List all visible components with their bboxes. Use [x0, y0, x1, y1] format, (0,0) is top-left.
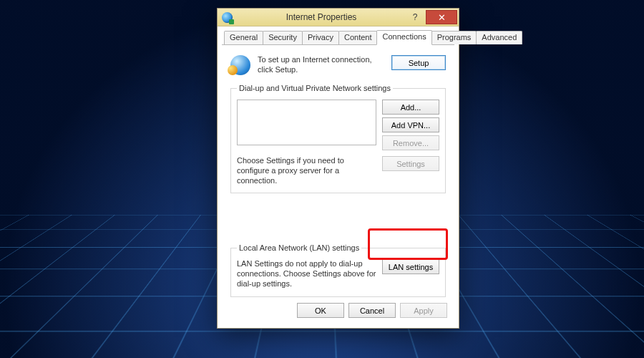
ok-button[interactable]: OK — [297, 303, 344, 318]
dialup-legend: Dial-up and Virtual Private Network sett… — [237, 84, 393, 92]
app-icon — [222, 12, 233, 23]
setup-description: To set up an Internet connection, click … — [258, 55, 379, 75]
lan-settings-button[interactable]: LAN settings — [382, 259, 439, 274]
close-button[interactable]: ✕ — [426, 10, 457, 24]
globe-icon — [230, 55, 250, 75]
add-button[interactable]: Add... — [382, 100, 439, 115]
connections-panel: To set up an Internet connection, click … — [222, 45, 454, 324]
tab-advanced[interactable]: Advanced — [476, 31, 522, 44]
remove-button: Remove... — [382, 135, 439, 150]
setup-section: To set up an Internet connection, click … — [230, 55, 446, 75]
internet-properties-window: Internet Properties ? ✕ GeneralSecurityP… — [217, 8, 459, 329]
dialup-group: Dial-up and Virtual Private Network sett… — [230, 84, 446, 193]
tab-content[interactable]: Content — [338, 31, 378, 44]
tab-privacy[interactable]: Privacy — [302, 31, 339, 44]
connection-settings-button: Settings — [382, 156, 439, 171]
dialog-body: GeneralSecurityPrivacyContentConnections… — [222, 30, 454, 324]
apply-button: Apply — [400, 303, 447, 318]
lan-group: Local Area Network (LAN) settings LAN Se… — [230, 243, 446, 296]
tab-programs[interactable]: Programs — [431, 31, 477, 44]
dialog-footer: OK Cancel Apply — [297, 303, 447, 318]
window-title: Internet Properties — [237, 12, 406, 22]
desktop-background: Internet Properties ? ✕ GeneralSecurityP… — [0, 0, 644, 358]
dialup-note: Choose Settings if you need to configure… — [237, 156, 376, 185]
setup-button[interactable]: Setup — [391, 55, 446, 70]
connections-listbox[interactable] — [237, 100, 376, 145]
tab-strip: GeneralSecurityPrivacyContentConnections… — [222, 30, 454, 45]
help-button[interactable]: ? — [406, 12, 424, 22]
tab-connections[interactable]: Connections — [376, 30, 431, 45]
add-vpn-button[interactable]: Add VPN... — [382, 117, 439, 132]
titlebar[interactable]: Internet Properties ? ✕ — [218, 9, 459, 26]
tab-security[interactable]: Security — [263, 31, 303, 44]
lan-legend: Local Area Network (LAN) settings — [237, 243, 361, 252]
tab-general[interactable]: General — [224, 31, 263, 44]
cancel-button[interactable]: Cancel — [348, 303, 396, 318]
lan-note: LAN Settings do not apply to dial-up con… — [237, 259, 376, 289]
